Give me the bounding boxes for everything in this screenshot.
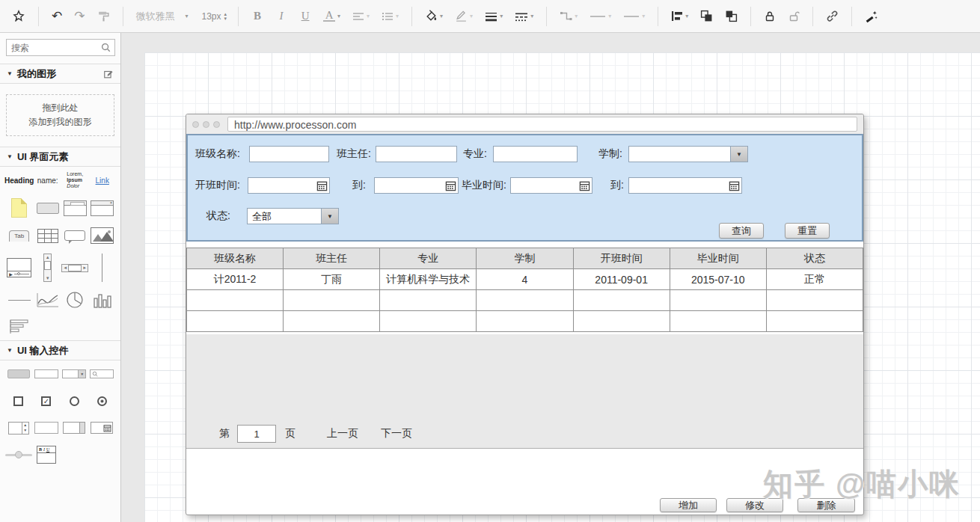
table-cell <box>766 311 863 332</box>
shape-horizontal-scrollbar[interactable]: ◄► <box>61 259 88 277</box>
shape-label-text[interactable]: name: <box>37 171 58 189</box>
line-color-button[interactable]: ▾ <box>450 6 477 26</box>
shape-text-input[interactable] <box>34 365 58 383</box>
shape-select[interactable] <box>62 365 86 383</box>
font-color-button[interactable]: A ▾ <box>319 7 345 25</box>
duration-label: 学制: <box>598 147 622 161</box>
shape-bar-chart[interactable] <box>10 318 29 336</box>
shape-radio-checked[interactable] <box>97 392 107 410</box>
shape-image[interactable] <box>91 227 114 245</box>
size-down-icon[interactable]: ▾ <box>224 16 227 21</box>
lock-button[interactable] <box>759 7 780 26</box>
shape-sticky-note[interactable] <box>11 198 27 218</box>
radio-checked-icon <box>97 396 107 406</box>
shape-vertical-scrollbar[interactable]: ▲▼ <box>43 254 52 282</box>
shape-horizontal-line[interactable] <box>8 291 31 309</box>
format-painter-button[interactable] <box>93 6 114 26</box>
unlock-button[interactable] <box>783 7 804 26</box>
shape-pie-chart[interactable] <box>66 291 84 309</box>
shape-library-sidebar: ▼ 我的图形 拖到此处 添加到我的图形 ▼ UI 界面元素 Heading na… <box>0 33 121 522</box>
undo-button[interactable]: ↶ <box>47 7 67 26</box>
bold-button[interactable]: B <box>247 6 268 26</box>
pagination: 第 页 上一页 下一页 <box>186 424 863 443</box>
text-align-button[interactable]: ▾ <box>348 7 374 25</box>
hyperlink-button[interactable] <box>821 6 843 26</box>
class-name-input[interactable] <box>249 146 329 162</box>
shape-link-text[interactable]: Link <box>96 171 109 189</box>
duration-select[interactable]: ▼ <box>628 146 748 162</box>
dropdown-arrow-icon[interactable]: ▼ <box>321 209 338 224</box>
fill-color-button[interactable]: ▾ <box>420 6 447 26</box>
shape-column-chart[interactable] <box>93 291 112 309</box>
status-select[interactable]: 全部 ▼ <box>247 208 339 224</box>
shape-table[interactable] <box>37 227 58 245</box>
start-time-from-input[interactable] <box>248 177 330 194</box>
align-objects-button[interactable]: ▾ <box>667 7 693 25</box>
shape-tooltip[interactable] <box>64 227 85 245</box>
shape-style-button[interactable] <box>7 6 30 27</box>
connector-type-button[interactable]: ▾ <box>555 7 582 26</box>
section-ui-inputs[interactable]: ▼ UI 输入控件 <box>0 340 120 360</box>
shape-date-picker[interactable] <box>91 419 113 437</box>
shape-heading-text[interactable]: Heading <box>4 171 34 189</box>
edit-shapes-icon[interactable] <box>103 69 114 79</box>
start-time-label: 开班时间: <box>195 179 240 192</box>
redo-button[interactable]: ↷ <box>70 7 89 26</box>
fill-bucket-icon <box>425 10 438 22</box>
reset-button[interactable]: 重置 <box>785 223 830 239</box>
next-page-link[interactable]: 下一页 <box>381 427 412 440</box>
shape-checkbox-checked[interactable]: ✓ <box>41 392 51 410</box>
table-cell <box>380 311 477 332</box>
section-my-shapes[interactable]: ▼ 我的图形 <box>0 64 120 84</box>
shape-number-stepper[interactable]: ▲▼ <box>8 419 29 437</box>
shape-scroll-pane[interactable] <box>63 419 85 437</box>
add-button[interactable]: 增加 <box>660 498 717 512</box>
teacher-input[interactable] <box>376 146 457 162</box>
page-number-input[interactable] <box>237 425 276 443</box>
table-cell: 丁雨 <box>284 269 380 290</box>
shape-line-chart[interactable] <box>37 291 59 309</box>
prev-page-link[interactable]: 上一页 <box>327 427 358 440</box>
line-width-button[interactable]: ▾ <box>480 7 507 25</box>
shape-richtext-editor[interactable]: BIU <box>37 446 56 464</box>
shape-input-button[interactable] <box>7 365 30 383</box>
section-ui-elements[interactable]: ▼ UI 界面元素 <box>0 147 120 167</box>
list-button[interactable]: ▾ <box>377 7 403 25</box>
magic-wand-button[interactable] <box>860 6 883 27</box>
drop-shapes-area[interactable]: 拖到此处 添加到我的图形 <box>6 94 114 136</box>
line-end-button[interactable]: ▾ <box>619 9 649 24</box>
shape-video-player[interactable]: ▶ <box>7 258 31 277</box>
font-family-select[interactable]: 微软雅黑 ▾ <box>132 7 196 25</box>
font-size-stepper[interactable]: 13px ▴▾ <box>199 9 230 24</box>
search-input[interactable] <box>6 39 115 56</box>
shape-dialog-window[interactable]: × <box>91 199 114 217</box>
shape-checkbox[interactable] <box>13 392 23 410</box>
shape-browser-window[interactable] <box>64 199 87 217</box>
font-color-icon: A <box>323 10 335 22</box>
browser-mockup[interactable]: http://www.processon.com 班级名称: 班主任: 专业: … <box>186 114 864 515</box>
shape-button[interactable] <box>37 199 59 217</box>
shape-radio[interactable] <box>70 392 79 410</box>
line-style-button[interactable]: ▾ <box>510 7 538 25</box>
shape-paragraph-text[interactable]: Lorem,IpsumDolor <box>67 171 83 189</box>
shape-slider[interactable] <box>5 446 32 464</box>
send-backward-button[interactable] <box>720 6 742 26</box>
bring-forward-button[interactable] <box>696 6 717 26</box>
query-button[interactable]: 查询 <box>719 223 764 239</box>
table-cell <box>573 311 670 332</box>
url-bar[interactable]: http://www.processon.com <box>227 117 857 132</box>
table-header-cell: 班级名称 <box>187 248 284 269</box>
shape-tab[interactable]: Tab <box>9 227 29 245</box>
major-input[interactable] <box>493 146 578 162</box>
canvas-area[interactable]: http://www.processon.com 班级名称: 班主任: 专业: … <box>121 33 980 522</box>
underline-button[interactable]: U <box>295 6 316 26</box>
shape-search-input[interactable] <box>90 365 114 383</box>
graduate-time-from-input[interactable] <box>510 177 592 194</box>
start-time-to-input[interactable] <box>374 177 459 194</box>
dropdown-arrow-icon[interactable]: ▼ <box>730 147 747 162</box>
shape-vertical-line[interactable] <box>102 254 102 282</box>
line-start-button[interactable]: ▾ <box>585 9 616 24</box>
graduate-time-to-input[interactable] <box>628 177 742 194</box>
shape-text-field[interactable] <box>34 419 58 437</box>
italic-button[interactable]: I <box>271 6 292 26</box>
